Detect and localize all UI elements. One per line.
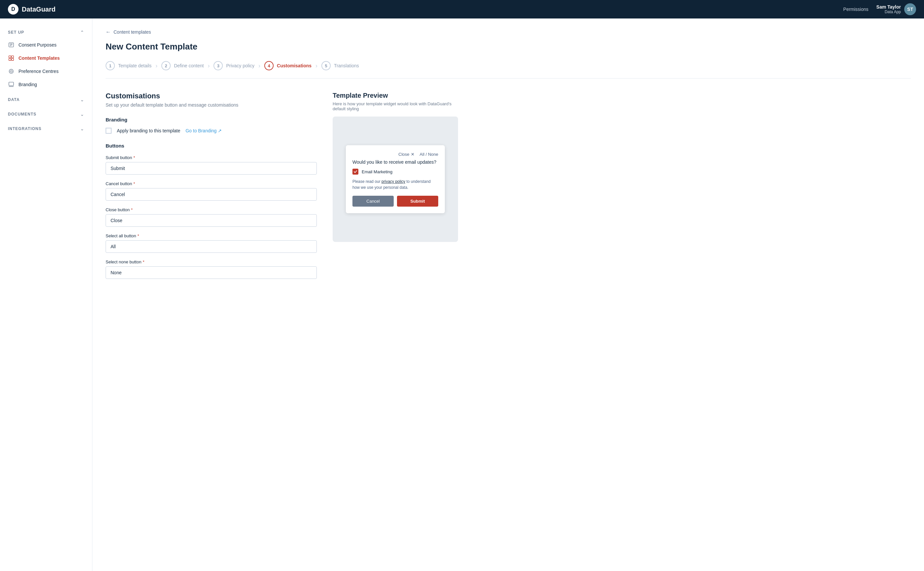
select-all-button-label: Select all button *: [106, 233, 317, 238]
logo[interactable]: D DataGuard: [8, 4, 56, 14]
integrations-section-header[interactable]: INTEGRATIONS ⌄: [0, 123, 92, 135]
user-menu[interactable]: Sam Taylor Data App ST: [876, 3, 916, 15]
preview-consent-item-row: Email Marketing: [352, 169, 438, 174]
branding-group-title: Branding: [106, 117, 317, 122]
sidebar-item-consent-purposes-label: Consent Purposes: [19, 42, 56, 48]
cancel-button-label: Cancel button *: [106, 181, 317, 186]
sidebar-item-preference-centres-label: Preference Centres: [19, 69, 59, 74]
submit-required-star: *: [133, 155, 135, 160]
step-4[interactable]: 4 Customisations: [264, 61, 312, 70]
svg-rect-9: [9, 82, 14, 86]
sidebar-section-integrations: INTEGRATIONS ⌄: [0, 123, 92, 135]
step-chevron-3: ›: [258, 62, 261, 69]
separator: /: [426, 152, 427, 157]
submit-button-label: Submit button *: [106, 155, 317, 160]
sidebar: SET UP ⌃ Consent Purposes: [0, 19, 93, 571]
step-3-label: Privacy policy: [226, 63, 255, 68]
svg-rect-5: [12, 56, 14, 58]
sidebar-item-consent-purposes[interactable]: Consent Purposes: [0, 38, 92, 51]
preview-policy-link[interactable]: privacy policy: [381, 179, 405, 184]
logo-text: DataGuard: [22, 6, 56, 13]
submit-button-input[interactable]: [106, 162, 317, 174]
step-3-circle: 3: [213, 61, 223, 70]
apply-branding-checkbox[interactable]: [106, 128, 111, 134]
user-role: Data App: [876, 9, 901, 14]
step-2[interactable]: 2 Define content: [161, 61, 204, 70]
sidebar-section-documents: DOCUMENTS ⌄: [0, 108, 92, 120]
preview-section: Template Preview Here is how your templa…: [333, 92, 458, 242]
close-button-label: Close button *: [106, 207, 317, 212]
permissions-link[interactable]: Permissions: [843, 6, 868, 12]
preview-title: Template Preview: [333, 92, 458, 99]
documents-chevron-icon: ⌄: [80, 111, 84, 117]
select-none-button-field: Select none button *: [106, 259, 317, 279]
external-link-icon: ↗: [218, 128, 222, 133]
cancel-required-star: *: [133, 181, 135, 186]
step-2-label: Define content: [174, 63, 204, 68]
preview-consent-label: Email Marketing: [362, 169, 392, 174]
step-5-label: Translations: [334, 63, 359, 68]
select-all-button-field: Select all button *: [106, 233, 317, 253]
step-2-circle: 2: [161, 61, 171, 70]
step-3[interactable]: 3 Privacy policy: [213, 61, 255, 70]
step-4-label: Customisations: [277, 63, 312, 68]
content-templates-icon: [8, 55, 14, 62]
preview-desc: Here is how your template widget would l…: [333, 101, 458, 111]
data-chevron-icon: ⌄: [80, 97, 84, 102]
step-1-circle: 1: [106, 61, 115, 70]
form-section: Customisations Set up your default templ…: [106, 92, 317, 286]
close-x-icon: ✕: [411, 152, 415, 157]
sidebar-item-preference-centres[interactable]: Preference Centres: [0, 65, 92, 78]
top-navigation: D DataGuard Permissions Sam Taylor Data …: [0, 0, 924, 19]
stepper: 1 Template details › 2 Define content › …: [106, 61, 911, 79]
cancel-button-input[interactable]: [106, 188, 317, 201]
preview-policy-text: Please read our privacy policy to unders…: [352, 179, 438, 190]
preview-submit-button[interactable]: Submit: [397, 196, 438, 207]
integrations-chevron-icon: ⌄: [80, 126, 84, 131]
svg-rect-6: [9, 59, 11, 60]
preview-question: Would you like to receive email updates?: [352, 159, 438, 165]
breadcrumb-label: Content templates: [114, 29, 151, 35]
preview-widget-top: Close ✕ All / None: [352, 152, 438, 157]
select-none-required-star: *: [143, 259, 144, 264]
step-chevron-4: ›: [315, 62, 318, 69]
go-to-branding-link[interactable]: Go to Branding ↗: [185, 128, 222, 133]
setup-section-header[interactable]: SET UP ⌃: [0, 26, 92, 38]
app-layout: SET UP ⌃ Consent Purposes: [0, 19, 924, 571]
logo-icon: D: [8, 4, 19, 14]
select-none-button-input[interactable]: [106, 266, 317, 279]
buttons-group-title: Buttons: [106, 143, 317, 148]
select-all-button-input[interactable]: [106, 240, 317, 253]
sidebar-item-content-templates[interactable]: Content Templates: [0, 51, 92, 65]
step-chevron-1: ›: [156, 62, 157, 69]
back-arrow-icon: ←: [106, 29, 111, 35]
close-button-input[interactable]: [106, 214, 317, 227]
select-none-button-label: Select none button *: [106, 259, 317, 264]
step-5[interactable]: 5 Translations: [321, 61, 359, 70]
documents-section-header[interactable]: DOCUMENTS ⌄: [0, 108, 92, 120]
submit-button-field: Submit button *: [106, 155, 317, 174]
preview-widget: Close ✕ All / None Would you like to rec…: [346, 145, 445, 213]
data-section-header[interactable]: DATA ⌄: [0, 94, 92, 106]
sidebar-item-branding[interactable]: Branding: [0, 78, 92, 91]
step-1[interactable]: 1 Template details: [106, 61, 151, 70]
preview-close-button[interactable]: Close ✕: [398, 152, 414, 157]
close-button-field: Close button *: [106, 207, 317, 227]
preview-buttons: Cancel Submit: [352, 196, 438, 207]
preview-all-none[interactable]: All / None: [420, 152, 438, 157]
select-all-required-star: *: [137, 233, 139, 238]
topnav-right: Permissions Sam Taylor Data App ST: [843, 3, 916, 15]
sidebar-section-data: DATA ⌄: [0, 94, 92, 106]
branding-row: Apply branding to this template Go to Br…: [106, 128, 317, 134]
main-content: ← Content templates New Content Template…: [93, 19, 924, 571]
data-section-title: DATA: [8, 97, 20, 102]
section-desc: Set up your default template button and …: [106, 102, 317, 108]
svg-rect-4: [9, 56, 11, 58]
documents-section-title: DOCUMENTS: [8, 112, 36, 117]
breadcrumb[interactable]: ← Content templates: [106, 29, 911, 35]
step-5-circle: 5: [321, 61, 331, 70]
setup-section-title: SET UP: [8, 30, 24, 35]
user-name: Sam Taylor: [876, 4, 901, 9]
content-area: Customisations Set up your default templ…: [106, 92, 911, 286]
preview-cancel-button[interactable]: Cancel: [352, 196, 394, 207]
